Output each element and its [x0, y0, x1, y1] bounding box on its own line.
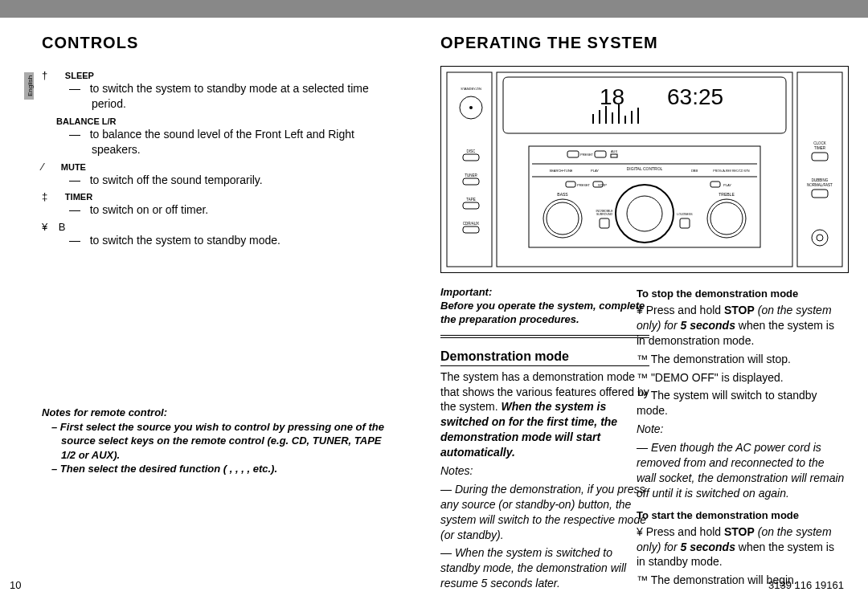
demo-note: — When the system is switched to standby… — [440, 545, 649, 591]
controls-column: † SLEEP to switch the system to standby … — [42, 66, 387, 476]
control-label: MUTE — [61, 162, 86, 172]
svg-text:PROG./A.REV  REC/CD SYN: PROG./A.REV REC/CD SYN — [713, 169, 750, 173]
important-label: Important: — [440, 286, 649, 300]
remote-notes-title: Notes for remote control: — [42, 406, 387, 420]
svg-text:TAPE: TAPE — [466, 198, 475, 202]
control-item: ¥ B — [42, 221, 387, 233]
demo-notes-label: Notes: — [440, 463, 649, 479]
svg-text:AUX: AUX — [611, 149, 618, 153]
demo-title: Demonstration mode — [440, 349, 649, 364]
svg-text:PRESET: PRESET — [577, 183, 591, 187]
stop-result: ™ The system will switch to standby mode… — [637, 388, 845, 418]
control-label: BALANCE L/R — [56, 116, 117, 126]
svg-text:NORMAL/FAST: NORMAL/FAST — [807, 183, 833, 187]
control-label: TIMER — [65, 192, 92, 202]
stop-result: ™ The demonstration will stop. — [637, 352, 845, 367]
control-item: BALANCE L/R — [42, 115, 387, 127]
demo-intro: The system has a demonstration mode that… — [440, 369, 649, 460]
svg-text:DBB: DBB — [691, 169, 698, 173]
svg-text:SURROUND: SURROUND — [596, 213, 613, 216]
control-item: † SLEEP — [42, 69, 387, 81]
control-desc: to switch off the sound temporarily. — [42, 173, 387, 188]
stop-line: ¥ Press and hold STOP (on the system onl… — [637, 303, 845, 349]
rule — [440, 337, 649, 338]
top-stripe — [0, 0, 868, 18]
right-column: To stop the demonstration mode ¥ Press a… — [637, 286, 845, 591]
important-block: Important: Before you operate the system… — [440, 286, 649, 327]
center-column: Important: Before you operate the system… — [440, 286, 649, 594]
control-desc: to switch on or off timer. — [42, 202, 387, 218]
svg-text:63:25: 63:25 — [667, 84, 723, 109]
stop-note: — Even though the AC power cord is remov… — [637, 440, 845, 501]
stop-title: To stop the demonstration mode — [637, 288, 845, 300]
svg-text:LOUDNESS: LOUDNESS — [677, 213, 693, 216]
start-title: To start the demonstration mode — [637, 509, 845, 521]
control-symbol: ¥ — [42, 221, 47, 233]
svg-text:PRESET: PRESET — [580, 153, 594, 157]
svg-text:DUBBING: DUBBING — [812, 178, 829, 182]
svg-text:TUNER: TUNER — [465, 173, 477, 177]
rule — [440, 335, 649, 336]
control-item: ‡ TIMER — [42, 190, 387, 202]
remote-notes-item: – First select the source you wish to co… — [51, 420, 387, 463]
svg-text:BASS: BASS — [557, 192, 568, 197]
svg-text:DISC: DISC — [467, 149, 477, 153]
control-symbol: † — [42, 69, 47, 81]
remote-notes: Notes for remote control: – First select… — [42, 406, 387, 476]
svg-text:DIGITAL CONTROL: DIGITAL CONTROL — [627, 166, 663, 171]
heading-operating: OPERATING THE SYSTEM — [440, 34, 658, 52]
control-desc: to balance the sound level of the Front … — [42, 127, 387, 157]
svg-text:TIMER: TIMER — [814, 146, 826, 150]
control-item: ⁄ MUTE — [42, 161, 387, 173]
svg-text:PLAY: PLAY — [723, 183, 731, 187]
start-line: ¥ Press and hold STOP (on the system onl… — [637, 524, 845, 570]
control-desc: to switch the system to standby mode. — [42, 233, 387, 248]
page-number-right: 3139 116 19161 — [768, 579, 844, 591]
svg-text:CDR/AUX: CDR/AUX — [463, 222, 479, 226]
svg-text:CLOCK: CLOCK — [813, 141, 826, 145]
svg-text:TREBLE: TREBLE — [719, 192, 735, 197]
svg-text:STOP: STOP — [598, 183, 607, 187]
svg-point-16 — [469, 106, 473, 109]
stop-result: ™ "DEMO OFF" is displayed. — [637, 370, 845, 386]
important-text: Before you operate the system, complete … — [440, 300, 649, 327]
control-desc: to switch the system to standby mode at … — [42, 81, 387, 112]
demo-note: — During the demonstration, if you press… — [440, 482, 649, 543]
control-label: B — [59, 221, 66, 233]
stereo-diagram: 18 63:25 STANDBY-ON DISC TUNER TAPE CDR/… — [440, 66, 849, 273]
language-tab: English — [24, 72, 34, 100]
control-label: SLEEP — [65, 71, 94, 80]
page-number-left: 10 — [10, 579, 21, 591]
svg-text:18: 18 — [600, 84, 624, 109]
remote-notes-item: – Then select the desired function ( , ,… — [51, 462, 387, 476]
svg-text:SEARCH•TUNE: SEARCH•TUNE — [550, 169, 573, 173]
rule — [440, 365, 649, 366]
stop-note-label: Note: — [637, 422, 845, 437]
language-tab-text: English — [27, 75, 34, 96]
control-symbol: ‡ — [42, 190, 47, 202]
svg-text:STANDBY-ON: STANDBY-ON — [461, 87, 481, 91]
control-symbol: ⁄ — [42, 161, 43, 173]
svg-text:PLAY: PLAY — [591, 169, 599, 173]
heading-controls: CONTROLS — [42, 34, 138, 52]
